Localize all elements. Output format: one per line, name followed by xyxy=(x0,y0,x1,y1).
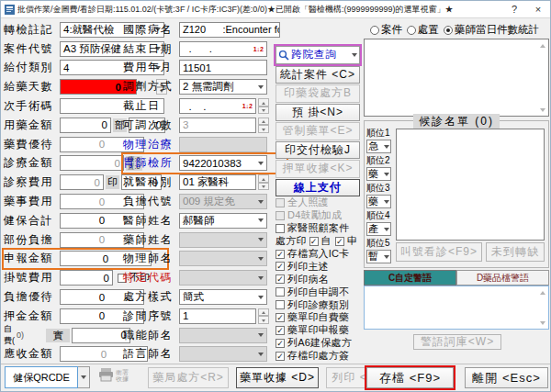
scroll-down-icon[interactable] xyxy=(537,105,547,115)
help-button[interactable]: ? xyxy=(502,1,526,17)
checkbox-label: 列印主述 xyxy=(287,260,329,274)
chevron-down-icon xyxy=(258,85,264,89)
radio-pharmacist-daily-count[interactable] xyxy=(444,26,453,35)
cross-hospital-query-button[interactable]: 跨院查詢 xyxy=(276,46,360,64)
medlist-self-pay-checkbox[interactable]: ✓ xyxy=(276,313,285,322)
print-chief-complaint-checkbox[interactable]: ✓ xyxy=(276,262,285,271)
form-row: 醫師姓名 郝醫師 xyxy=(123,211,287,230)
room-seq-spinner[interactable] xyxy=(258,308,269,324)
rx-print-self-checkbox[interactable]: ✓ xyxy=(309,237,319,246)
chevron-down-icon xyxy=(258,238,264,241)
stats-listbox[interactable] xyxy=(364,39,549,117)
receipt-printer-control[interactable]: 衛署收據 xyxy=(98,368,129,382)
print-treatment-type-checkbox[interactable] xyxy=(276,300,285,309)
a6-nhi-rx-checkbox[interactable]: ✓ xyxy=(276,339,285,348)
priority-2-select[interactable]: 藥 xyxy=(366,167,391,181)
tab-custom-warning[interactable]: C自定警語 xyxy=(364,270,456,286)
nhi-qrcode-dropdown[interactable] xyxy=(78,366,90,388)
priority-5-select[interactable]: 暫 xyxy=(366,250,391,263)
med-receipt-button[interactable]: 藥單收據 <D> xyxy=(236,367,319,388)
radio-case[interactable] xyxy=(370,26,379,35)
treatment-amount-field[interactable]: 0 xyxy=(60,155,124,171)
rx-style-select[interactable]: 簡式 xyxy=(179,289,267,305)
checkbox-row: ✓藥單印自費藥 xyxy=(276,311,364,324)
checkbox-row: ✓存檔印處方簽 xyxy=(276,350,364,363)
refill-spinner[interactable] xyxy=(258,118,269,133)
form-row: 處方樣式 簡式 xyxy=(123,287,287,307)
end-date-field[interactable]: . .1↓2 xyxy=(179,41,267,57)
chevron-down-icon xyxy=(384,145,389,149)
print-self-declare-checkbox[interactable] xyxy=(276,287,285,297)
save-print-rx-sign-checkbox[interactable]: ✓ xyxy=(276,352,285,361)
physio-link-label[interactable]: 物理治療 xyxy=(123,137,179,152)
field-label: 負擔優待 xyxy=(4,289,60,305)
fee-ym-field[interactable]: 11501 xyxy=(179,60,267,75)
screening-clinic-select[interactable]: 9422010383 xyxy=(179,155,267,171)
field-label: 物理師名 xyxy=(123,251,179,266)
scroll-down-icon[interactable] xyxy=(537,318,547,328)
refill-count-field[interactable]: 3 xyxy=(179,118,256,133)
dept-spinner[interactable] xyxy=(258,174,269,190)
checkbox-label: 列印自申調不 xyxy=(287,286,349,299)
field-value: 0 xyxy=(104,273,109,284)
priority-3-select[interactable]: 藥 xyxy=(366,195,391,208)
checkbox-row: D4鼓勵加成 xyxy=(276,209,364,222)
exit-button[interactable]: 離開 <Esc> xyxy=(465,367,548,388)
printer-label-line2: 收據 xyxy=(116,375,129,382)
chevron-down-icon xyxy=(384,255,389,259)
priority-label: 順位1 xyxy=(366,127,394,140)
scroll-up-icon[interactable] xyxy=(537,287,547,297)
field-value: 0 xyxy=(115,158,120,169)
priority-4-select[interactable]: 產 xyxy=(366,222,391,236)
field-value: 郝醫師 xyxy=(183,214,215,228)
field-value: A3 預防保健 xyxy=(63,42,121,56)
field-label: 語言師名 xyxy=(123,346,179,362)
screening-link-label[interactable]: 胃篩檢所 xyxy=(123,155,179,171)
field-value: 1 xyxy=(183,310,188,321)
save-write-ic-checkbox[interactable]: ✓ xyxy=(276,250,285,259)
field-label: 診療金額 xyxy=(4,155,60,171)
checkbox-label: 列A6建保處方 xyxy=(287,336,352,350)
scroll-up-icon[interactable] xyxy=(537,40,547,50)
pre-register-button[interactable]: 預 掛<N> xyxy=(276,104,360,122)
nhi-qrcode-button[interactable]: 健保QRCDE xyxy=(5,366,78,388)
consult-fee-field[interactable]: 0 xyxy=(60,174,104,190)
call-number-button: 叫號看診<F9> xyxy=(396,242,482,262)
doctor-select[interactable]: 郝醫師 xyxy=(179,213,267,229)
icd-name-field[interactable]: Z120 :Encounter for xyxy=(179,22,280,38)
close-button[interactable]: × xyxy=(526,1,550,17)
pharmacist-select[interactable] xyxy=(179,232,267,248)
field-label: 醫師姓名 xyxy=(123,213,179,229)
field-label: 健保合計 xyxy=(4,213,60,229)
registration-fee-field[interactable]: 0 xyxy=(60,270,113,286)
field-value: 藥 xyxy=(368,167,378,181)
family-doctor-checkbox[interactable] xyxy=(276,224,285,233)
checkbox-label: 藥單印自費藥 xyxy=(287,310,349,324)
self-pay-field[interactable]: 0 xyxy=(72,328,130,343)
room-seq-field[interactable]: 1 xyxy=(179,308,256,324)
save-button[interactable]: 存檔 <F9> xyxy=(366,367,454,388)
rx-print-declare-checkbox[interactable]: ✓ xyxy=(335,237,344,246)
priority-1-select[interactable]: 急 xyxy=(366,140,391,153)
online-pay-button[interactable]: 線上支付 xyxy=(276,179,360,197)
dept-field[interactable]: 01 家醫科 xyxy=(179,174,256,190)
tab-drug-warning[interactable]: D藥品檔警語 xyxy=(456,270,549,286)
dispense-mode-select[interactable]: 2 無需調劑 xyxy=(179,79,267,95)
date-picker-icon[interactable]: 1↓2 xyxy=(253,46,264,52)
action-button-column: 跨院查詢 統計案件 <C> 印藥袋處方B 預 掛<N> 管制藥單<E> 印交付檢… xyxy=(276,46,360,197)
priority-slot: 順位4 產 xyxy=(366,209,394,236)
waiting-listbox[interactable] xyxy=(396,129,545,241)
stat-case-button[interactable]: 統計案件 <C> xyxy=(276,66,360,84)
deadline-field[interactable]: . .1↓2 xyxy=(179,98,256,114)
field-label: 國際病名 xyxy=(123,22,179,38)
date-picker-icon[interactable]: 1↓2 xyxy=(242,103,253,109)
print-diagnosis-checkbox[interactable]: ✓ xyxy=(276,274,285,284)
med-amount-field[interactable]: 0 xyxy=(60,118,111,133)
priority-slot: 順位5 暫 xyxy=(366,237,394,263)
print-lab-order-button[interactable]: 印交付檢驗J xyxy=(276,141,360,160)
radio-treatment[interactable] xyxy=(407,26,416,35)
deadline-spinner[interactable] xyxy=(258,98,269,114)
medlist-declared-checkbox[interactable]: ✓ xyxy=(276,326,285,335)
warning-textarea[interactable] xyxy=(364,286,549,330)
holistic-care-checkbox xyxy=(276,198,285,207)
